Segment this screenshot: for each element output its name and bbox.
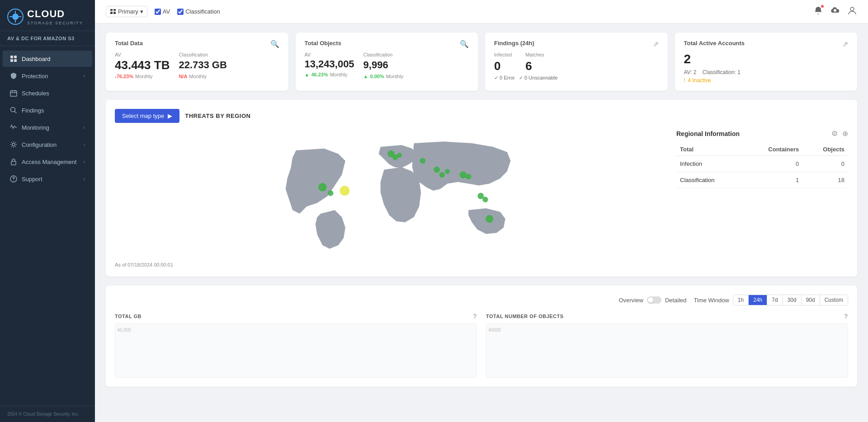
total-gb-help-icon[interactable]: ? — [473, 313, 477, 320]
select-map-label: Select map type — [122, 113, 164, 119]
grid-icon — [10, 55, 17, 62]
time-btn-30d[interactable]: 30d — [783, 295, 802, 305]
classification-label: Classification — [185, 8, 220, 15]
map-dot[interactable] — [328, 190, 333, 196]
time-btn-90d[interactable]: 90d — [802, 295, 820, 305]
time-buttons: 1h24h7d30d90dCustom — [733, 295, 848, 305]
world-map-svg — [115, 129, 667, 256]
map-dot[interactable] — [340, 186, 349, 196]
svg-rect-5 — [14, 59, 17, 62]
av-checkbox[interactable] — [155, 9, 161, 15]
total-data-search-icon[interactable]: 🔍 — [270, 40, 279, 48]
total-data-av-value: 43.443 TB — [115, 59, 170, 71]
charts-row: TOTAL GB ? 40,000 TOTAL NUMBER OF OBJECT… — [115, 313, 848, 378]
svg-point-11 — [13, 180, 14, 181]
regional-info-title: Regional Information — [676, 130, 740, 137]
sidebar-item-configuration[interactable]: Configuration › — [3, 136, 92, 153]
detailed-label: Detailed — [665, 297, 687, 304]
total-data-class-period: Monthly — [189, 74, 207, 79]
total-data-class-label: Classification — [179, 52, 226, 57]
regional-col-containers: Containers — [742, 143, 802, 156]
map-dot[interactable] — [460, 171, 467, 178]
inactive-text: 4 Inactive — [688, 77, 711, 84]
time-btn-24h[interactable]: 24h — [749, 295, 767, 305]
map-dot[interactable] — [445, 169, 450, 174]
map-dot[interactable] — [482, 197, 488, 202]
av-label: AV — [163, 8, 170, 15]
findings-card: Findings (24h) ⇗ Infected 0 Matches 6 ✓ … — [485, 33, 668, 91]
map-dot[interactable] — [420, 158, 425, 164]
primary-chevron-icon: ▾ — [140, 8, 143, 15]
user-avatar[interactable] — [847, 5, 857, 18]
time-btn-7d[interactable]: 7d — [767, 295, 783, 305]
regional-row-objects: 0 — [802, 156, 848, 172]
av-count-label: AV: 2 — [684, 69, 697, 75]
sidebar-item-access-management-label: Access Management — [22, 159, 76, 165]
svg-rect-13 — [113, 9, 116, 11]
select-map-type-button[interactable]: Select map type ▶ — [115, 109, 179, 123]
time-btn-1h[interactable]: 1h — [733, 295, 749, 305]
regional-gear-icon[interactable]: ⊕ — [842, 129, 848, 138]
map-dot[interactable] — [397, 153, 402, 158]
svg-rect-2 — [10, 56, 13, 58]
sidebar-item-monitoring[interactable]: Monitoring › — [3, 119, 92, 136]
primary-button[interactable]: Primary ▾ — [106, 6, 147, 17]
classification-checkbox[interactable] — [177, 9, 184, 15]
map-dot[interactable] — [466, 174, 471, 179]
view-toggle-switch[interactable] — [647, 296, 661, 304]
cloud-account-icon[interactable] — [830, 5, 840, 18]
page-content: Total Data 🔍 AV 43.443 TB -76.23% Monthl… — [95, 23, 868, 422]
monitoring-arrow-icon: › — [84, 125, 85, 130]
topbar-right — [814, 5, 857, 18]
av-filter[interactable]: AV — [155, 8, 170, 15]
regional-row-containers: 1 — [742, 172, 802, 188]
settings-icon — [10, 141, 17, 148]
total-objects-av-period: Monthly — [330, 72, 348, 77]
active-accounts-share-icon[interactable]: ⇗ — [842, 40, 848, 48]
protection-arrow-icon: › — [84, 74, 85, 79]
svg-point-17 — [850, 7, 854, 11]
infected-value: 0 — [494, 59, 512, 73]
total-objects-help-icon[interactable]: ? — [844, 313, 848, 320]
regional-table-row: Infection 0 0 — [676, 156, 848, 172]
regional-info-panel: Regional Information ⚙ ⊕ Total Container… — [676, 129, 848, 267]
sidebar-item-dashboard[interactable]: Dashboard — [3, 51, 92, 67]
time-btn-custom[interactable]: Custom — [820, 295, 848, 305]
map-dot[interactable] — [486, 215, 493, 223]
regional-col-objects: Objects — [802, 143, 848, 156]
sidebar-item-findings-label: Findings — [22, 107, 44, 114]
classification-filter[interactable]: Classification — [177, 8, 220, 15]
total-objects-av-change: ▲ — [305, 72, 310, 77]
notifications-icon[interactable] — [814, 6, 823, 17]
sidebar-item-schedules[interactable]: Schedules — [3, 85, 92, 101]
sidebar-item-configuration-label: Configuration — [22, 141, 57, 148]
bottom-section: Overview Detailed Time Window 1h24h7d30d… — [106, 286, 857, 387]
notification-badge — [821, 5, 824, 8]
map-section: Select map type ▶ THREATS BY REGION — [106, 100, 857, 277]
map-dot[interactable] — [318, 183, 327, 192]
svg-rect-9 — [11, 161, 16, 165]
total-gb-y-label: 40,000 — [117, 328, 131, 333]
sidebar-item-findings[interactable]: Findings — [3, 102, 92, 118]
inactive-accounts-label[interactable]: ! 4 Inactive — [684, 77, 849, 84]
svg-rect-15 — [113, 12, 116, 14]
sidebar: CLOUD STORAGE SECURITY AV & DC FOR AMAZO… — [0, 0, 95, 422]
findings-share-icon[interactable]: ⇗ — [653, 40, 659, 48]
total-gb-title: TOTAL GB — [115, 314, 142, 319]
help-icon — [10, 175, 17, 183]
regional-settings-icon[interactable]: ⚙ — [831, 129, 838, 138]
overview-label: Overview — [619, 297, 643, 304]
sidebar-item-protection[interactable]: Protection › — [3, 68, 92, 84]
map-dot[interactable] — [434, 166, 440, 173]
map-area: As of 07/18/2024 00:00:01 — [115, 129, 667, 267]
sidebar-item-support[interactable]: Support › — [3, 171, 92, 187]
matches-label: Matches — [525, 52, 544, 57]
total-objects-search-icon[interactable]: 🔍 — [460, 40, 469, 48]
sidebar-item-dashboard-label: Dashboard — [22, 56, 51, 62]
total-objects-chart-area: 40000 — [486, 324, 848, 378]
calendar-icon — [10, 89, 17, 97]
logo-area: CLOUD STORAGE SECURITY — [0, 0, 95, 31]
unscannable-label: 0 Unscannable — [524, 75, 557, 80]
sidebar-item-access-management[interactable]: Access Management › — [3, 154, 92, 170]
map-dot[interactable] — [439, 172, 445, 178]
